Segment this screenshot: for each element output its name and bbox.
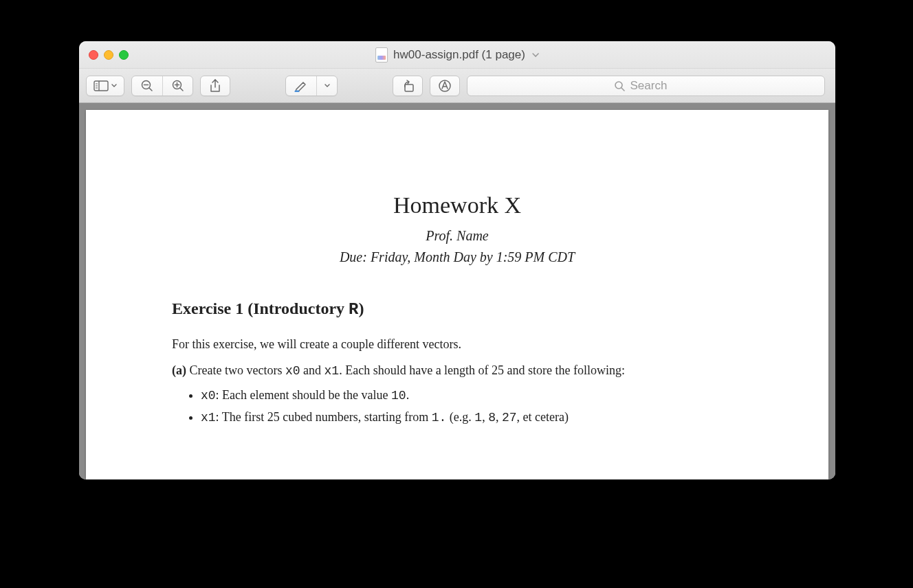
list-item: x1: The first 25 cubed numbers, starting… (201, 407, 742, 428)
zoom-in-icon (171, 79, 185, 93)
bullet2-text: : The first 25 cubed numbers, starting f… (216, 410, 432, 424)
rotate-icon (400, 79, 415, 93)
svg-line-9 (180, 88, 183, 91)
sidebar-toggle-button[interactable] (86, 76, 124, 96)
share-button[interactable] (200, 76, 230, 96)
exercise-heading-prefix: Exercise 1 (Introductory (172, 299, 349, 317)
search-input[interactable] (630, 79, 679, 93)
markup-button[interactable] (430, 76, 460, 96)
bullet1-post: . (406, 388, 410, 402)
code-1: 1. (432, 411, 447, 425)
chevron-down-icon (324, 84, 330, 88)
pdf-file-icon (375, 47, 388, 63)
maximize-button[interactable] (119, 50, 129, 60)
sidebar-icon (94, 80, 109, 91)
comma: , (482, 410, 488, 424)
traffic-lights (89, 50, 129, 60)
zoom-out-button[interactable] (132, 76, 162, 95)
code-x1: x1 (201, 411, 216, 425)
exercise-heading: Exercise 1 (Introductory R) (172, 299, 742, 319)
preview-window: hw00-assign.pdf (1 page) (79, 41, 835, 479)
zoom-out-icon (140, 79, 154, 93)
search-field[interactable] (467, 76, 825, 96)
bullet1-text: : Each element should be the value (216, 388, 391, 402)
code-10: 10 (391, 389, 406, 403)
markup-icon (438, 79, 452, 93)
minimize-button[interactable] (104, 50, 113, 60)
exercise-heading-suffix: ) (358, 299, 364, 317)
part-a-post: . Each should have a length of 25 and st… (339, 363, 625, 377)
svg-line-15 (622, 88, 624, 91)
rotate-button[interactable] (393, 76, 423, 96)
part-a-text: Create two vectors (186, 363, 285, 377)
zoom-segmented-control (131, 76, 193, 96)
titlebar[interactable]: hw00-assign.pdf (1 page) (79, 41, 835, 69)
share-icon (209, 79, 221, 93)
highlight-segmented-control (285, 76, 338, 96)
part-a-and: and (300, 363, 324, 377)
pdf-page: Homework X Prof. Name Due: Friday, Month… (86, 110, 828, 479)
svg-line-6 (149, 88, 152, 91)
window-title: hw00-assign.pdf (1 page) (393, 48, 525, 62)
chevron-down-icon (532, 50, 539, 60)
document-subtitle: Prof. Name (172, 228, 742, 244)
highlight-button[interactable] (286, 76, 316, 95)
chevron-down-icon (111, 84, 117, 88)
highlighter-icon (294, 80, 308, 92)
zoom-in-button[interactable] (162, 76, 192, 95)
code-x0: x0 (201, 389, 216, 403)
code-8: 8 (488, 411, 496, 425)
part-a-label: (a) (172, 363, 186, 377)
document-viewport[interactable]: Homework X Prof. Name Due: Friday, Month… (79, 103, 835, 479)
code-x0: x0 (285, 364, 300, 378)
list-item: x0: Each element should be the value 10. (201, 385, 742, 406)
code-1: 1 (474, 411, 482, 425)
svg-rect-12 (405, 84, 413, 91)
highlight-dropdown-button[interactable] (316, 76, 337, 95)
close-button[interactable] (89, 50, 98, 60)
search-icon (614, 80, 625, 91)
document-due-date: Due: Friday, Month Day by 1:59 PM CDT (172, 249, 742, 265)
intro-paragraph: For this exercise, we will create a coup… (172, 335, 742, 353)
bullet2-post: , et cetera) (517, 410, 569, 424)
window-title-group[interactable]: hw00-assign.pdf (1 page) (375, 47, 539, 63)
exercise-heading-code: R (349, 300, 358, 319)
bullet2-mid: (e.g. (446, 410, 474, 424)
code-27: 27 (502, 411, 517, 425)
comma: , (496, 410, 502, 424)
toolbar (79, 69, 835, 103)
document-title: Homework X (172, 192, 742, 218)
part-a: (a) Create two vectors x0 and x1. Each s… (172, 361, 742, 380)
bullet-list: x0: Each element should be the value 10.… (201, 385, 742, 428)
code-x1: x1 (324, 364, 340, 378)
